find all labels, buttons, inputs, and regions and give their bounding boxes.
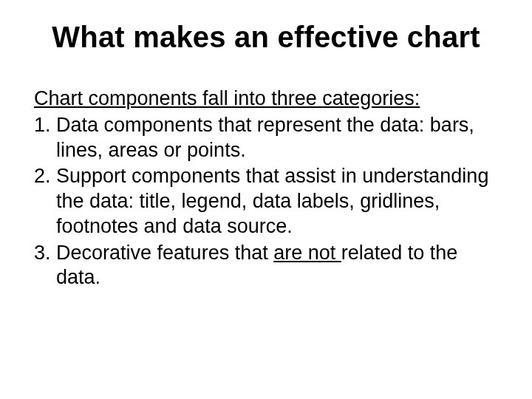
item-number: 1.	[34, 114, 56, 136]
item-number: 2.	[34, 165, 56, 187]
list-item: 1. Data components that represent the da…	[34, 113, 498, 163]
list-item: 3. Decorative features that are not rela…	[34, 241, 498, 291]
item-text: Support components that assist in unders…	[56, 165, 488, 237]
slide-body: Chart components fall into three categor…	[30, 86, 502, 290]
list-item: 2. Support components that assist in und…	[34, 164, 498, 239]
slide-title: What makes an effective chart	[30, 21, 502, 54]
slide: What makes an effective chart Chart comp…	[0, 0, 532, 399]
intro-line: Chart components fall into three categor…	[34, 86, 498, 112]
item-text-underlined: are not	[273, 242, 341, 264]
item-text-prefix: Decorative features that	[56, 242, 273, 264]
item-text: Data components that represent the data:…	[56, 114, 474, 161]
item-number: 3.	[34, 242, 56, 264]
